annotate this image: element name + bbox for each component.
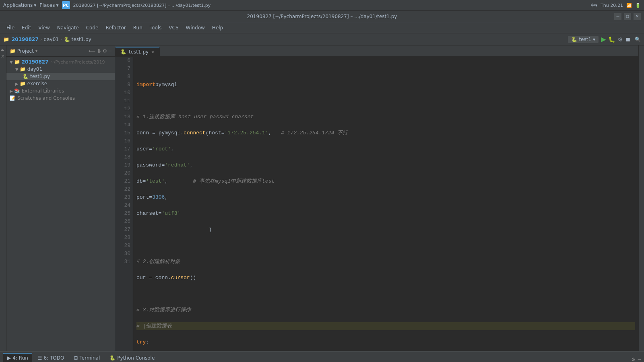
tab-close-icon[interactable]: ✕	[151, 50, 154, 54]
menu-vcs[interactable]: VCS	[165, 23, 182, 32]
places-menu[interactable]: Places ▾	[39, 2, 58, 8]
breadcrumb-project[interactable]: 20190827	[12, 37, 39, 42]
code-line-11: user='root',	[136, 145, 635, 153]
code-line-9: # 1.连接数据库 host user passwd charset	[136, 113, 635, 121]
menu-view[interactable]: View	[35, 23, 53, 32]
ext-libs-icon: 📚	[14, 88, 20, 94]
scratches-name: Scratches and Consoles	[17, 95, 75, 101]
code-line-20	[136, 290, 635, 298]
network-icon: 📶	[626, 3, 632, 8]
tree-item-day01[interactable]: ▼ 📁 day01	[6, 66, 115, 73]
pycharm-icon: PC	[62, 1, 70, 9]
line-numbers: 678910 1112131415 1617181920 2122232425 …	[115, 57, 133, 351]
applications-label: Applications	[3, 2, 33, 8]
run-tab-run-label: 4: Run	[12, 355, 28, 361]
menu-edit[interactable]: Edit	[19, 23, 34, 32]
code-editor[interactable]: 678910 1112131415 1617181920 2122232425 …	[115, 57, 638, 351]
exercise-arrow[interactable]: ▶	[15, 82, 19, 86]
code-line-7: import pymysql	[136, 81, 635, 89]
menu-refactor[interactable]: Refactor	[102, 23, 129, 32]
run-minimize-icon[interactable]: ─	[638, 357, 641, 362]
root-path: ~/PycharmProjects/2019	[50, 60, 105, 65]
day01-arrow[interactable]: ▼	[15, 67, 19, 72]
tree-item-scratches[interactable]: 📝 Scratches and Consoles	[6, 95, 115, 102]
code-line-10: conn = pymysql.connect(host='172.25.254.…	[136, 129, 635, 137]
run-config-name: test1	[579, 37, 591, 42]
ext-libs-arrow[interactable]: ▶	[10, 89, 13, 93]
code-line-13: db='test', # 事先在mysql中新建数据库test	[136, 177, 635, 185]
applications-menu[interactable]: Applications ▾	[3, 2, 36, 8]
scroll-from-source-icon[interactable]: ⇅	[97, 48, 101, 54]
code-line-12: password='redhat',	[136, 161, 635, 169]
bottom-panel: ▶ 4: Run ☰ 6: TODO ⊞ Terminal 🐍 Python C…	[0, 351, 644, 362]
menu-navigate[interactable]: Navigate	[54, 23, 82, 32]
code-line-21: # 3.对数据库进行操作	[136, 306, 635, 314]
settings-icon[interactable]: ⚙	[103, 48, 107, 54]
window-controls: ─ □ ✕	[614, 13, 641, 20]
tree-item-root[interactable]: ▼ 📁 20190827 ~/PycharmProjects/2019	[6, 58, 115, 66]
code-line-8	[136, 97, 635, 105]
menu-code[interactable]: Code	[83, 23, 102, 32]
scratches-icon: 📝	[10, 95, 16, 101]
tree-item-exercise[interactable]: ▶ 📁 exercise	[6, 80, 115, 87]
places-label: Places	[39, 2, 55, 8]
run-tab-todo[interactable]: ☰ 6: TODO	[34, 353, 68, 362]
root-arrow[interactable]: ▼	[10, 60, 13, 64]
tree-item-external-libs[interactable]: ▶ 📚 External Libraries	[6, 87, 115, 95]
menu-file[interactable]: File	[3, 23, 18, 32]
window-title-short: 20190827 [~/PycharmProjects/20190827] – …	[73, 3, 211, 8]
menu-window[interactable]: Window	[183, 23, 208, 32]
breadcrumb-day01[interactable]: day01	[44, 37, 59, 42]
panel-dropdown-arrow[interactable]: ▾	[35, 49, 37, 53]
project-panel: 📁 Project ▾ ⟵ ⇅ ⚙ ─ ▼ 📁 20190827 ~/Pycha…	[6, 45, 115, 351]
maximize-button[interactable]: □	[624, 13, 631, 20]
debug-button[interactable]: 🐛	[608, 36, 615, 43]
run-tab-terminal[interactable]: ⊞ Terminal	[70, 353, 104, 362]
minimize-panel-icon[interactable]: ─	[109, 48, 111, 54]
minimize-button[interactable]: ─	[614, 13, 621, 20]
battery-icon: 🔋	[635, 3, 641, 8]
menu-run[interactable]: Run	[130, 23, 146, 32]
code-text[interactable]: import pymysql # 1.连接数据库 host user passw…	[133, 57, 638, 351]
run-panel-tabs: ▶ 4: Run ☰ 6: TODO ⊞ Terminal 🐍 Python C…	[0, 352, 644, 362]
search-button[interactable]: 🔍	[635, 37, 641, 42]
root-folder-icon: 📁	[14, 59, 20, 65]
breadcrumb-file[interactable]: 🐍 test1.py	[64, 37, 91, 42]
menu-help[interactable]: Help	[209, 23, 226, 32]
run-coverage-button[interactable]: ⚙	[617, 36, 623, 43]
code-line-16: )	[136, 226, 635, 234]
close-button[interactable]: ✕	[634, 13, 641, 20]
stop-button[interactable]: ⏹	[625, 36, 631, 43]
main-area: P S 📁 Project ▾ ⟵ ⇅ ⚙ ─ ▼ 📁 20190827 ~/P…	[0, 45, 644, 351]
system-tray: 中▾ Thu 20:21 📶 🔋	[591, 2, 641, 8]
run-configuration[interactable]: 🐍 test1 ▾	[568, 36, 599, 43]
menu-tools[interactable]: Tools	[147, 23, 165, 32]
lang-indicator[interactable]: 中▾	[591, 2, 598, 8]
tab-test1[interactable]: 🐍 test1.py ✕	[115, 47, 160, 56]
collapse-all-icon[interactable]: ⟵	[89, 48, 95, 54]
run-tab-terminal-icon: ⊞	[74, 355, 78, 361]
tab-label: test1.py	[129, 49, 149, 55]
run-tab-todo-label: 6: TODO	[44, 355, 64, 361]
project-panel-header: 📁 Project ▾ ⟵ ⇅ ⚙ ─	[6, 45, 115, 57]
ext-libs-name: External Libraries	[22, 88, 64, 94]
project-panel-label: 📁 Project	[10, 48, 34, 54]
run-tab-todo-icon: ☰	[38, 355, 42, 361]
run-tab-python-label: Python Console	[117, 355, 155, 361]
root-name: 20190827	[22, 59, 49, 65]
run-tab-python-icon: 🐍	[109, 355, 116, 361]
code-line-22: # |创建数据表	[136, 322, 635, 330]
run-button[interactable]: ▶	[601, 35, 606, 43]
panel-tools: ⟵ ⇅ ⚙ ─	[89, 48, 111, 54]
window-title: 20190827 [~/PycharmProjects/20190827] – …	[247, 14, 397, 19]
code-line-19: cur = conn.cursor()	[136, 274, 635, 282]
breadcrumb: 20190827 › day01 › 🐍 test1.py	[12, 37, 91, 42]
folder-icon: 📁	[3, 37, 9, 42]
project-icon[interactable]: P	[0, 47, 6, 53]
run-tab-python-console[interactable]: 🐍 Python Console	[105, 353, 159, 362]
run-tab-run[interactable]: ▶ 4: Run	[3, 353, 32, 362]
tree-item-test1[interactable]: 🐍 test1.py	[6, 73, 115, 80]
structure-icon[interactable]: S	[0, 53, 6, 59]
run-settings-icon[interactable]: ⚙	[631, 357, 636, 362]
run-tab-terminal-label: Terminal	[80, 355, 100, 361]
